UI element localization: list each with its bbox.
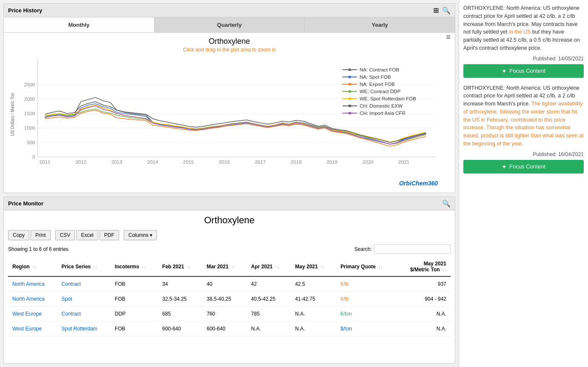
tab-quarterly[interactable]: Quarterly <box>154 17 305 32</box>
svg-point-30 <box>348 76 351 78</box>
period-tabs: Monthly Quarterly Yearly <box>4 17 455 33</box>
cell-may-metric: N.A. <box>397 321 451 336</box>
cell-feb: 685 <box>158 307 202 321</box>
sort-icon: ↑↓ <box>94 265 97 269</box>
sort-icon: ↑↓ <box>275 265 279 269</box>
price-series-link[interactable]: Spot Rotterdam <box>62 326 97 332</box>
primary-quote-link[interactable]: ¢/lb <box>340 296 348 302</box>
region-link[interactable]: West Europe <box>12 326 42 332</box>
cell-region: West Europe <box>8 321 57 336</box>
cell-may: N.A. <box>291 321 337 336</box>
cell-feb: 32.5-34.25 <box>158 292 202 307</box>
svg-text:2011: 2011 <box>40 160 51 165</box>
csv-button[interactable]: CSV <box>55 230 75 240</box>
svg-point-39 <box>348 97 351 100</box>
price-series-link[interactable]: Contract <box>62 311 81 317</box>
tab-monthly[interactable]: Monthly <box>4 17 154 32</box>
cell-mar: 40 <box>203 276 247 292</box>
cell-may-metric: 937 <box>397 276 451 292</box>
search-input[interactable] <box>374 245 451 254</box>
svg-text:2016: 2016 <box>219 160 230 165</box>
table-row: West Europe Contract DDP 685 760 785 N.A… <box>8 307 451 321</box>
svg-text:CH: Import Asia CFR: CH: Import Asia CFR <box>360 111 405 116</box>
chart-title: Orthoxylene <box>8 37 451 46</box>
sun-icon-2: ✦ <box>502 163 507 170</box>
svg-point-45 <box>348 112 351 114</box>
svg-text:2015: 2015 <box>183 160 194 165</box>
chart-subtitle: Click and drag in the plot area to zoom … <box>8 47 451 53</box>
primary-quote-link[interactable]: €/ton <box>340 311 352 317</box>
col-apr[interactable]: Apr 2021 ↑↓ <box>247 257 291 276</box>
col-mar[interactable]: Mar 2021 ↑↓ <box>203 257 247 276</box>
pdf-button[interactable]: PDF <box>100 230 119 240</box>
chart-container: 0 500 1000 1500 2000 2500 US Dollars / M… <box>8 55 451 178</box>
table-row: North America Spot FOB 32.5-34.25 38.5-4… <box>8 292 451 307</box>
svg-text:2019: 2019 <box>327 160 338 165</box>
region-link[interactable]: West Europe <box>12 311 42 317</box>
price-monitor-panel: Price Monitor 🔍 Orthoxylene Copy Print C… <box>3 196 455 364</box>
region-link[interactable]: North America <box>12 281 45 287</box>
svg-text:WE: Spot Rotterdam FOB: WE: Spot Rotterdam FOB <box>360 97 416 101</box>
col-primary-quote[interactable]: Primary Quote ↑↓ <box>336 257 397 276</box>
cell-price-series: Contract <box>57 307 111 321</box>
cell-region: North America <box>8 292 57 307</box>
cell-may: N.A. <box>291 307 337 321</box>
cell-mar: 38.5-40.25 <box>203 292 247 307</box>
region-link[interactable]: North America <box>12 296 45 302</box>
svg-text:WE: Contract DDP: WE: Contract DDP <box>360 89 400 94</box>
col-price-series[interactable]: Price Series ↑↓ <box>57 257 111 276</box>
print-button[interactable]: Print <box>31 230 51 240</box>
search-box: Search: <box>354 245 451 254</box>
table-toolbar: Copy Print CSV Excel PDF Columns ▾ <box>8 230 451 240</box>
cell-may-metric: N.A. <box>397 307 451 321</box>
search-icon[interactable]: 🔍 <box>442 6 451 14</box>
focus-btn-1-label: Focus Content <box>509 68 545 74</box>
header-icons: ⊞ 🔍 <box>433 6 451 14</box>
col-may[interactable]: May 2021 ↑↓ <box>291 257 337 276</box>
excel-button[interactable]: Excel <box>76 230 98 240</box>
sort-icon: ↑↓ <box>231 265 235 269</box>
cell-apr: 42 <box>247 276 291 292</box>
sort-icon: ↑↓ <box>32 265 36 269</box>
svg-text:2021: 2021 <box>398 160 409 165</box>
cell-price-series: Spot <box>57 292 111 307</box>
primary-quote-link[interactable]: ¢/lb <box>340 281 348 287</box>
highlight-2: The tighter availability of orthoxylene,… <box>463 101 584 147</box>
table-icon[interactable]: ⊞ <box>433 6 439 14</box>
cell-feb: 600-640 <box>158 321 202 336</box>
right-panel: ORTHOXYLENE: North America: US orthoxyle… <box>459 0 588 367</box>
price-series-link[interactable]: Spot <box>62 296 72 302</box>
columns-button[interactable]: Columns ▾ <box>124 230 157 240</box>
focus-content-btn-1[interactable]: ✦ Focus Content <box>463 64 584 78</box>
pm-header-icons: 🔍 <box>442 199 451 208</box>
article-2-text: ORTHOXYLENE: North America: US orthoxyle… <box>463 84 584 148</box>
article-1-text: ORTHOXYLENE: North America: US orthoxyle… <box>463 4 584 52</box>
copy-button[interactable]: Copy <box>8 230 29 240</box>
chart-menu-icon[interactable]: ≡ <box>446 33 451 42</box>
col-feb[interactable]: Feb 2021 ↑↓ <box>158 257 202 276</box>
table-row: West Europe Spot Rotterdam FOB 600-640 6… <box>8 321 451 336</box>
svg-text:NA: Export FOB: NA: Export FOB <box>360 82 395 87</box>
col-incoterms[interactable]: Incoterms ↑↓ <box>111 257 158 276</box>
cell-incoterms: FOB <box>111 321 158 336</box>
cell-price-series: Contract <box>57 276 111 292</box>
cell-mar: 760 <box>203 307 247 321</box>
focus-content-btn-2[interactable]: ✦ Focus Content <box>463 160 584 174</box>
svg-text:1000: 1000 <box>24 126 35 131</box>
price-history-panel: Price History ⊞ 🔍 Monthly Quarterly Year… <box>3 3 455 193</box>
tab-yearly[interactable]: Yearly <box>305 17 455 32</box>
search-label: Search: <box>354 246 372 252</box>
svg-point-33 <box>348 83 351 85</box>
table-row: North America Contract FOB 34 40 42 42.5… <box>8 276 451 292</box>
col-may-metric[interactable]: May 2021$/Metric Ton ↑↓ <box>397 257 451 276</box>
primary-quote-link[interactable]: $/ton <box>340 326 352 332</box>
price-monitor-title: Price Monitor <box>8 200 43 207</box>
pm-search-icon[interactable]: 🔍 <box>442 199 451 208</box>
price-series-link[interactable]: Contract <box>62 281 81 287</box>
svg-text:2018: 2018 <box>291 160 302 165</box>
svg-point-36 <box>348 90 351 93</box>
col-region[interactable]: Region ↑↓ <box>8 257 57 276</box>
highlight-1: in the US <box>509 29 531 35</box>
cell-incoterms: FOB <box>111 276 158 292</box>
svg-text:1500: 1500 <box>24 111 35 116</box>
